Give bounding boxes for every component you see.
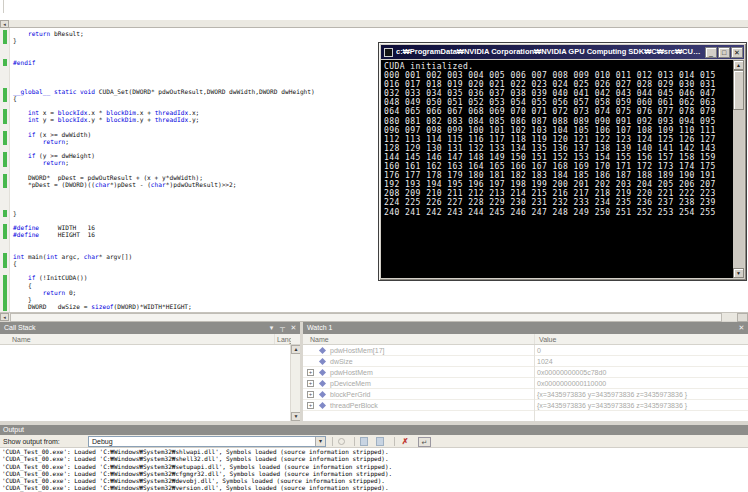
- change-tracking-bar: [3, 224, 7, 231]
- console-window[interactable]: c:₩ProgramData₩NVIDIA Corporation₩NVIDIA…: [378, 42, 747, 281]
- minimize-icon[interactable]: _: [705, 47, 717, 58]
- close-icon[interactable]: ✕: [737, 323, 746, 333]
- watch-name[interactable]: dwSize: [330, 356, 353, 367]
- console-text: CUDA initialized.000 001 002 003 004 005…: [381, 60, 733, 217]
- column-name[interactable]: Name: [12, 334, 31, 345]
- watch-row[interactable]: pdwHostMem[17]0: [303, 345, 748, 356]
- output-titlebar[interactable]: Output: [0, 425, 748, 435]
- visual-studio-ide: ◂ return bResult;} #endif __global__ sta…: [0, 0, 748, 492]
- watch-value[interactable]: 0: [537, 345, 541, 356]
- chevron-down-icon[interactable]: ▾: [315, 437, 325, 446]
- watch-name[interactable]: pDeviceMem: [330, 378, 371, 389]
- change-tracking-bar: [3, 116, 7, 123]
- change-tracking-bar: [3, 232, 7, 239]
- pin-icon[interactable]: ┬: [278, 323, 287, 333]
- code-line: DWORD dwSize = sizeof(DWORD)*WIDTH*HEIGH…: [13, 303, 748, 310]
- column-name[interactable]: Name: [310, 334, 329, 345]
- window-menu-icon[interactable]: ▾: [267, 323, 276, 333]
- expand-icon[interactable]: +: [307, 391, 314, 398]
- output-source-value: Debug: [92, 438, 113, 445]
- watch-titlebar[interactable]: Watch 1 ✕: [303, 322, 748, 334]
- console-line: 032 033 034 035 036 037 038 039 040 041 …: [384, 89, 733, 98]
- expand-icon[interactable]: +: [307, 402, 314, 409]
- console-line: 144 145 146 147 148 149 150 151 152 153 …: [384, 153, 733, 162]
- output-log[interactable]: 'CUDA_Test_00.exe': Loaded 'C:₩Windows₩S…: [2, 448, 748, 492]
- console-line: 240 241 242 243 244 245 246 247 248 249 …: [384, 208, 733, 217]
- close-icon[interactable]: ✕: [289, 323, 298, 333]
- watch-name[interactable]: blockPerGrid: [330, 389, 370, 400]
- scroll-left-icon[interactable]: ◂: [0, 20, 9, 28]
- output-toolbar: Show output from: Debug ▾ ✗ ↵: [0, 435, 748, 448]
- scroll-thumb[interactable]: [733, 70, 744, 110]
- change-tracking-bar: [3, 88, 7, 95]
- column-divider[interactable]: [534, 334, 535, 344]
- toggle-word-wrap-icon[interactable]: ↵: [418, 437, 431, 447]
- editor-top-hscrollbar[interactable]: ◂: [0, 20, 748, 28]
- code-line: return 0;: [13, 289, 748, 296]
- column-divider[interactable]: [274, 334, 275, 344]
- console-line: 080 081 082 083 084 085 086 087 088 089 …: [384, 117, 733, 126]
- call-stack-title: Call Stack: [4, 324, 36, 331]
- watch-row[interactable]: +pdwHostMem0x00000000005c78d0: [303, 367, 748, 378]
- watch-body[interactable]: pdwHostMem[17]0dwSize1024+pdwHostMem0x00…: [303, 345, 748, 421]
- watch-row[interactable]: dwSize1024: [303, 356, 748, 367]
- column-language[interactable]: Language: [277, 334, 291, 345]
- call-stack-titlebar[interactable]: Call Stack ▾ ┬ ✕: [0, 322, 300, 334]
- goto-next-message-icon[interactable]: [376, 437, 384, 446]
- column-value[interactable]: Value: [539, 334, 556, 345]
- console-line: 000 001 002 003 004 005 006 007 008 009 …: [384, 71, 733, 80]
- change-tracking-bar: [3, 282, 7, 289]
- output-panel: Output Show output from: Debug ▾ ✗ ↵ 'CU…: [0, 425, 748, 492]
- variable-icon: [319, 380, 326, 387]
- watch-name[interactable]: threadPerBlock: [330, 400, 378, 411]
- change-tracking-bar: [3, 275, 7, 282]
- expand-icon[interactable]: +: [307, 369, 314, 376]
- change-tracking-bar: [3, 253, 7, 260]
- hscroll-thumb[interactable]: [10, 313, 722, 322]
- watch-value[interactable]: {x=3435973836 y=3435973836 z=3435973836 …: [537, 400, 687, 411]
- goto-prev-message-icon[interactable]: [360, 437, 368, 446]
- console-line: 208 209 210 211 212 213 214 215 216 217 …: [384, 189, 733, 198]
- scroll-down-icon[interactable]: ▼: [733, 268, 744, 278]
- scroll-up-icon[interactable]: ▲: [733, 60, 744, 70]
- console-title: c:₩ProgramData₩NVIDIA Corporation₩NVIDIA…: [396, 45, 705, 59]
- change-tracking-bar: [3, 95, 7, 102]
- console-line: 064 065 066 067 068 069 070 071 072 073 …: [384, 107, 733, 116]
- console-titlebar[interactable]: c:₩ProgramData₩NVIDIA Corporation₩NVIDIA…: [381, 45, 744, 59]
- watch-header: Name Value: [303, 334, 748, 345]
- console-client-area[interactable]: CUDA initialized.000 001 002 003 004 005…: [381, 60, 733, 278]
- change-tracking-bar: [3, 109, 7, 116]
- editor-bottom-hscrollbar[interactable]: ◂: [0, 312, 748, 321]
- watch-panel: Watch 1 ✕ Name Value pdwHostMem[17]0dwSi…: [303, 322, 748, 421]
- scroll-corner: [737, 313, 748, 322]
- expand-icon[interactable]: +: [307, 380, 314, 387]
- watch-value[interactable]: 0x00000000005c78d0: [537, 367, 606, 378]
- editor-change-margin: [0, 28, 10, 312]
- watch-name[interactable]: pdwHostMem: [330, 367, 373, 378]
- watch-value[interactable]: 0x0000000000110000: [537, 378, 606, 389]
- output-source-combobox[interactable]: Debug ▾: [88, 436, 326, 447]
- call-stack-vscrollbar[interactable]: ▲ ▼: [290, 345, 300, 421]
- variable-icon: [319, 391, 326, 398]
- output-line: 'CUDA_Test_00.exe': Loaded 'C:₩Windows₩S…: [2, 455, 748, 462]
- maximize-icon[interactable]: □: [718, 47, 730, 58]
- watch-row[interactable]: +blockPerGrid{x=3435973836 y=3435973836 …: [303, 389, 748, 400]
- variable-icon: [319, 369, 326, 376]
- watch-value[interactable]: 1024: [537, 356, 553, 367]
- watch-name[interactable]: pdwHostMem[17]: [330, 345, 384, 356]
- scroll-left-icon[interactable]: ◂: [0, 313, 9, 321]
- close-icon[interactable]: ✕: [731, 47, 743, 58]
- find-message-icon[interactable]: [338, 438, 345, 445]
- watch-value[interactable]: {x=3435973836 y=3435973836 z=3435973836 …: [537, 389, 687, 400]
- console-vscrollbar[interactable]: ▲ ▼: [733, 60, 744, 278]
- output-line: 'CUDA_Test_00.exe': Loaded 'C:₩Windows₩S…: [2, 463, 748, 470]
- code-line: {: [13, 282, 748, 289]
- watch-row[interactable]: +threadPerBlock{x=3435973836 y=343597383…: [303, 400, 748, 411]
- call-stack-body[interactable]: ▲ ▼: [0, 345, 300, 421]
- clear-all-icon[interactable]: ✗: [400, 437, 410, 447]
- watch-title: Watch 1: [307, 324, 332, 331]
- watch-row[interactable]: +pDeviceMem0x0000000000110000: [303, 378, 748, 389]
- console-line: 112 113 114 115 116 117 118 119 120 121 …: [384, 135, 733, 144]
- column-divider: [534, 345, 535, 421]
- change-tracking-bar: [3, 174, 7, 181]
